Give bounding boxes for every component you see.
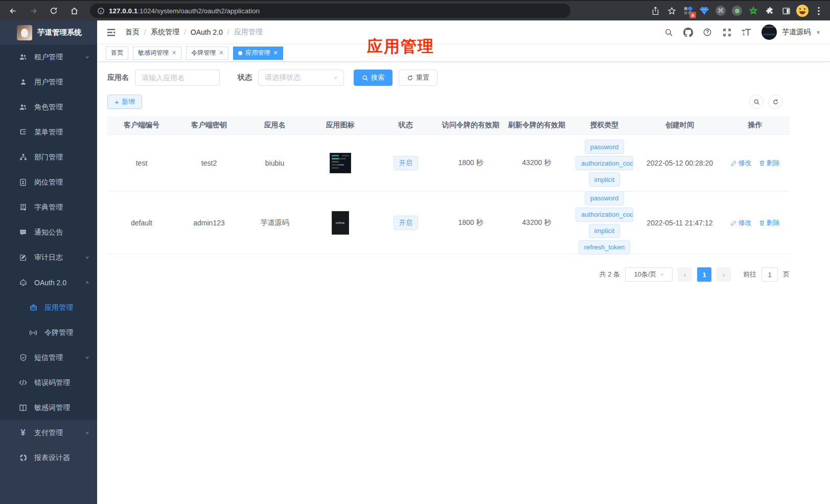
grant-tag: authorization_code: [575, 156, 633, 170]
back-icon[interactable]: [4, 3, 21, 18]
command-extension-icon[interactable]: ⌘: [713, 4, 728, 18]
bookmark-star-icon[interactable]: [664, 4, 679, 18]
search-button[interactable]: 搜索: [354, 70, 393, 86]
sidebar-item-oauth2-application[interactable]: 应用管理: [0, 295, 97, 320]
top-navbar: 首页 / 系统管理 / OAuth 2.0 / 应用管理 芋道源码 ▼: [97, 20, 830, 44]
reset-button[interactable]: 重置: [399, 70, 437, 86]
page-unit-label: 页: [783, 270, 790, 279]
edit-note-icon: [18, 254, 28, 261]
sidebar-item-post[interactable]: 岗位管理: [0, 170, 97, 195]
tab-sensitive-word[interactable]: 敏感词管理✕: [133, 47, 181, 60]
chevron-down-icon: ˅: [86, 255, 89, 260]
hamburger-icon[interactable]: [106, 28, 116, 37]
cell-actions: 修改 删除: [721, 213, 790, 233]
edit-button[interactable]: 修改: [731, 158, 752, 168]
sidebar-item-oauth2-token[interactable]: 令牌管理: [0, 320, 97, 345]
tab-application[interactable]: 应用管理✕: [233, 47, 283, 60]
reload-icon[interactable]: [45, 3, 62, 18]
sidebar-item-report-designer[interactable]: 报表设计器: [0, 445, 97, 470]
delete-button[interactable]: 删除: [759, 218, 780, 227]
app-logo-image[interactable]: [330, 153, 351, 173]
grant-tag: implicit: [589, 172, 620, 187]
grant-tag: authorization_code: [575, 208, 633, 222]
app-logo[interactable]: 芋道管理系统: [0, 20, 97, 44]
side-panel-icon[interactable]: [779, 4, 793, 18]
site-info-icon[interactable]: [97, 7, 105, 15]
prev-page-button[interactable]: ‹: [678, 267, 692, 282]
status-label: 状态: [238, 73, 252, 82]
cell-access-ttl: 1800 秒: [438, 213, 503, 233]
browser-menu-icon[interactable]: [812, 4, 826, 18]
app-name-input[interactable]: [135, 70, 220, 86]
pagination: 共 2 条 10条/页˅ ‹ 1 › 前往 页: [107, 254, 790, 282]
close-icon[interactable]: ✕: [273, 50, 278, 56]
forward-icon[interactable]: [25, 3, 42, 18]
share-icon[interactable]: [648, 4, 662, 18]
delete-button[interactable]: 删除: [759, 158, 780, 168]
goto-page-input[interactable]: [762, 267, 778, 282]
sidebar-item-dict[interactable]: 字典管理: [0, 195, 97, 220]
tab-home[interactable]: 首页: [106, 47, 128, 60]
breadcrumb: 首页 / 系统管理 / OAuth 2.0 / 应用管理: [125, 28, 263, 37]
sidebar-item-menu[interactable]: 菜单管理: [0, 120, 97, 145]
chevron-up-icon: ˄: [86, 280, 89, 285]
cell-grant-types: password authorization_code implicit: [570, 134, 639, 192]
sidebar-item-user[interactable]: 用户管理: [0, 70, 97, 95]
extension-tabs-icon[interactable]: 9: [681, 4, 695, 18]
cell-access-ttl: 1800 秒: [438, 153, 503, 173]
app-logo-image[interactable]: GitHub: [332, 211, 349, 235]
sidebar-item-tenant[interactable]: 租户管理 ˅: [0, 44, 97, 70]
github-icon[interactable]: [681, 25, 695, 39]
star-extension-icon[interactable]: [746, 4, 760, 18]
page-size-select[interactable]: 10条/页˅: [625, 267, 673, 282]
sidebar-item-pay[interactable]: ¥ 支付管理 ˅: [0, 420, 97, 445]
breadcrumb-system[interactable]: 系统管理: [151, 28, 179, 37]
sitemap-icon: [18, 153, 28, 161]
chevron-down-icon: ˅: [86, 355, 89, 360]
profile-avatar-icon[interactable]: [795, 4, 810, 18]
user-icon: [18, 78, 28, 86]
add-button[interactable]: + 新增: [107, 95, 142, 109]
sidebar-item-dept[interactable]: 部门管理: [0, 145, 97, 170]
next-page-button[interactable]: ›: [717, 267, 731, 282]
close-icon[interactable]: ✕: [172, 50, 176, 56]
header-search-icon[interactable]: [661, 25, 676, 39]
refresh-button[interactable]: [768, 95, 782, 109]
sidebar-item-error-code[interactable]: 错误码管理: [0, 370, 97, 395]
user-avatar[interactable]: [762, 25, 777, 40]
close-icon[interactable]: ✕: [219, 50, 223, 56]
sidebar-item-audit-log[interactable]: 审计日志 ˅: [0, 245, 97, 270]
help-icon[interactable]: [700, 25, 714, 39]
edit-button[interactable]: 修改: [731, 218, 752, 227]
cell-client-secret: admin123: [176, 214, 242, 232]
status-select[interactable]: 请选择状态˅: [258, 70, 344, 86]
sidebar-item-notice[interactable]: 通知公告: [0, 220, 97, 245]
address-bar[interactable]: 127.0.0.1:1024/system/oauth2/oauth2/appl…: [90, 4, 570, 18]
show-search-button[interactable]: [749, 95, 764, 109]
shield-check-icon: [18, 354, 28, 361]
tab-token[interactable]: 令牌管理✕: [186, 47, 228, 60]
cell-created-at: 2022-05-12 00:28:20: [639, 154, 721, 172]
caret-down-icon[interactable]: ▼: [816, 30, 821, 35]
page-number-button[interactable]: 1: [697, 267, 711, 282]
cell-client-secret: test2: [176, 154, 242, 172]
extensions-puzzle-icon[interactable]: [763, 4, 777, 18]
username[interactable]: 芋道源码: [782, 28, 811, 37]
grant-tag: implicit: [589, 224, 620, 238]
sidebar-item-role[interactable]: 角色管理: [0, 95, 97, 120]
breadcrumb-home[interactable]: 首页: [125, 28, 140, 37]
fullscreen-icon[interactable]: [720, 25, 734, 39]
recorder-extension-icon[interactable]: [730, 4, 744, 18]
sidebar-item-sensitive-word[interactable]: 敏感词管理: [0, 395, 97, 420]
cell-client-id: test: [107, 154, 176, 172]
sidebar-item-sms[interactable]: 短信管理 ˅: [0, 345, 97, 370]
font-size-icon[interactable]: [739, 25, 753, 39]
table-toolbar: + 新增: [107, 95, 782, 109]
sidebar-item-oauth2[interactable]: OAuth 2.0 ˄: [0, 270, 97, 295]
home-icon[interactable]: [65, 3, 83, 18]
sidebar-menu: 租户管理 ˅ 用户管理 角色管理 菜单管理 部门管理 岗位管理: [0, 44, 97, 504]
chevron-down-icon: ˅: [661, 272, 664, 278]
gem-extension-icon[interactable]: [697, 4, 711, 18]
breadcrumb-oauth2[interactable]: OAuth 2.0: [191, 28, 223, 36]
users-icon: [18, 53, 28, 61]
